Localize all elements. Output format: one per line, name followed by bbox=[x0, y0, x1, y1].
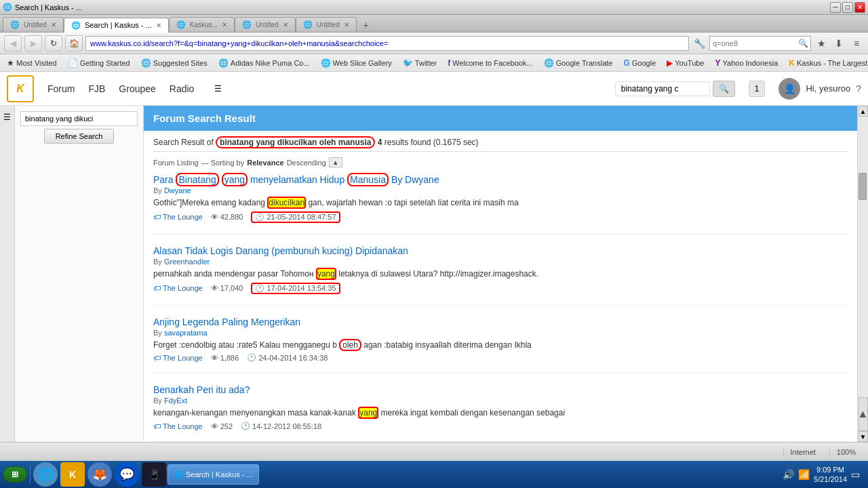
kaskus-menu-btn[interactable]: ☰ bbox=[214, 84, 222, 94]
result-tag-2[interactable]: 🏷 The Lounge bbox=[153, 284, 203, 292]
bookmark-yahoo[interactable]: Y Yahoo Indonesia bbox=[713, 57, 781, 69]
result-date-1: 🕐 21-05-2014 08:47:57 bbox=[251, 211, 340, 223]
sort-by: Relevance bbox=[247, 159, 283, 167]
taskbar: ⊞ 🌐 K 🦊 💬 📱 🌐 Search | Kaskus - ... 🔊 📶 … bbox=[0, 461, 868, 488]
bookmark-most-visited[interactable]: ★ Most Visited bbox=[4, 57, 60, 69]
tab-close-0[interactable]: ✕ bbox=[51, 21, 56, 28]
scroll-down-button[interactable]: ▼ bbox=[859, 431, 868, 442]
kaskus-nav-fjb[interactable]: FJB bbox=[88, 83, 105, 94]
bookmark-label: YouTube bbox=[675, 59, 704, 67]
bookmark-getting-started[interactable]: 📄 Getting Started bbox=[65, 57, 133, 69]
refresh-button[interactable]: ↻ bbox=[45, 35, 62, 52]
home-button[interactable]: 🏠 bbox=[65, 35, 83, 52]
search-icon[interactable]: 🔍 bbox=[796, 39, 810, 48]
network-icon[interactable]: 📶 bbox=[798, 469, 810, 480]
bookmark-youtube[interactable]: ▶ YouTube bbox=[664, 57, 707, 69]
left-panel: Refine Search bbox=[15, 106, 144, 442]
sort-arrow-button[interactable]: ▲ bbox=[329, 157, 342, 167]
tab-close-3[interactable]: ✕ bbox=[283, 21, 288, 28]
author-link-1[interactable]: Dwyane bbox=[164, 186, 191, 195]
left-search-input[interactable] bbox=[20, 111, 138, 126]
taskbar-sys-tray: 🔊 📶 9:09 PM 5/21/2014 ▭ bbox=[777, 465, 865, 485]
taskbar-firefox-icon[interactable]: 🦊 bbox=[87, 462, 112, 487]
summary-prefix: Search Result of bbox=[153, 138, 214, 147]
bookmark-facebook[interactable]: f Welcome to Facebook... bbox=[445, 57, 535, 69]
new-tab-button[interactable]: + bbox=[359, 18, 373, 32]
tab-label: Untitled bbox=[256, 21, 279, 28]
forward-button[interactable]: ▶ bbox=[24, 35, 42, 52]
taskbar-divider bbox=[30, 465, 31, 484]
taskbar-ie-icon[interactable]: 🌐 bbox=[33, 462, 58, 487]
tab-close-4[interactable]: ✕ bbox=[344, 21, 349, 28]
back-button[interactable]: ◀ bbox=[4, 35, 22, 52]
bookmark-twitter[interactable]: 🐦 Twitter bbox=[400, 57, 439, 69]
google-icon: G bbox=[623, 58, 629, 68]
result-tag-1[interactable]: 🏷 The Lounge bbox=[153, 213, 203, 221]
youtube-icon: ▶ bbox=[667, 58, 673, 68]
bookmark-translate[interactable]: 🌐 Google Translate bbox=[541, 57, 616, 69]
bookmark-webslice[interactable]: 🌐 Web Slice Gallery bbox=[318, 57, 395, 69]
status-zoom[interactable]: 100% bbox=[829, 448, 863, 456]
favorites-icon[interactable]: ★ bbox=[814, 36, 829, 51]
eye-icon: 👁 bbox=[211, 354, 218, 362]
bookmark-suggested[interactable]: 🌐 Suggested Sites bbox=[138, 57, 210, 69]
address-bar[interactable] bbox=[85, 36, 689, 51]
compatibility-icon[interactable]: 🔧 bbox=[692, 36, 707, 51]
kaskus-avatar[interactable]: 👤 bbox=[778, 78, 800, 100]
minimize-button[interactable]: ─ bbox=[830, 2, 841, 13]
tab-close-1[interactable]: ✕ bbox=[156, 22, 161, 29]
author-link-2[interactable]: Greenhandler bbox=[164, 258, 210, 266]
kaskus-notification[interactable]: 1 bbox=[749, 81, 766, 97]
kaskus-search-input[interactable] bbox=[615, 81, 710, 96]
search-input[interactable] bbox=[710, 39, 796, 47]
maximize-button[interactable]: □ bbox=[842, 2, 853, 13]
bookmark-kaskus[interactable]: K Kaskus - The Largest I... bbox=[786, 57, 868, 69]
left-search-panel: Refine Search bbox=[15, 106, 143, 152]
taskbar-kaskus-icon[interactable]: K bbox=[60, 462, 85, 487]
bookmark-adidas[interactable]: 🌐 Adidas Nike Puma Co... bbox=[216, 57, 313, 69]
kaskus-logo[interactable]: K bbox=[7, 75, 34, 102]
refine-search-button[interactable]: Refine Search bbox=[44, 129, 115, 144]
scroll-up-button[interactable]: ▲ bbox=[859, 106, 868, 117]
search-summary: Search Result of binatang yang dikucilka… bbox=[153, 138, 848, 152]
kaskus-search-button[interactable]: 🔍 bbox=[713, 81, 735, 97]
result-title-3[interactable]: Anjing Legenda Paling Mengerikan bbox=[153, 317, 848, 327]
result-author-4: By FdyExt bbox=[153, 396, 848, 405]
result-title-1[interactable]: Para Binatang yang menyelamatkan Hidup M… bbox=[153, 174, 848, 185]
tools-icon[interactable]: ≡ bbox=[849, 36, 864, 51]
content-area: Forum Search Result Search Result of bin… bbox=[144, 106, 857, 442]
tab-3[interactable]: 🌐 Untitled ✕ bbox=[235, 17, 296, 32]
kaskus-help-button[interactable]: ? bbox=[856, 83, 861, 94]
kaskus-nav-forum[interactable]: Forum bbox=[47, 83, 75, 94]
tab-0[interactable]: 🌐 Untitled ✕ bbox=[3, 17, 64, 32]
kaskus-nav-radio[interactable]: Radio bbox=[170, 83, 195, 94]
download-icon[interactable]: ⬇ bbox=[831, 36, 846, 51]
tab-close-2[interactable]: ✕ bbox=[222, 21, 227, 28]
tab-1[interactable]: 🌐 Search | Kaskus - ... ✕ bbox=[64, 18, 169, 33]
up-arrow-icon[interactable]: ▲ bbox=[858, 408, 868, 420]
address-input[interactable] bbox=[90, 39, 684, 47]
speaker-icon[interactable]: 🔊 bbox=[783, 469, 794, 480]
start-button[interactable]: ⊞ bbox=[3, 466, 27, 483]
result-tag-3[interactable]: 🏷 The Lounge bbox=[153, 354, 203, 362]
scroll-thumb[interactable] bbox=[859, 173, 867, 200]
system-clock[interactable]: 9:09 PM 5/21/2014 bbox=[814, 465, 847, 485]
show-desktop-icon[interactable]: ▭ bbox=[851, 469, 860, 480]
author-link-3[interactable]: savapratama bbox=[164, 329, 208, 337]
bookmark-google[interactable]: G Google bbox=[620, 57, 658, 69]
right-scrollbar[interactable]: ▲ ▲ ▼ bbox=[857, 106, 868, 442]
taskbar-active-item[interactable]: 🌐 Search | Kaskus - ... bbox=[167, 464, 259, 485]
author-link-4[interactable]: FdyExt bbox=[164, 396, 187, 405]
result-tag-4[interactable]: 🏷 The Lounge bbox=[153, 422, 203, 430]
kaskus-nav-groupee[interactable]: Groupee bbox=[119, 83, 155, 94]
result-item-1: Para Binatang yang menyelamatkan Hidup M… bbox=[153, 174, 848, 235]
close-button[interactable]: ✕ bbox=[854, 2, 865, 13]
sidebar-toggle[interactable]: ☰ bbox=[0, 106, 15, 442]
tab-4[interactable]: 🌐 Untitled ✕ bbox=[296, 17, 357, 32]
taskbar-app-icon[interactable]: 📱 bbox=[142, 462, 166, 487]
result-title-4[interactable]: Benarkah Peri itu ada? bbox=[153, 384, 848, 395]
taskbar-skype-icon[interactable]: 💬 bbox=[115, 462, 139, 487]
search-bar[interactable]: 🔍 bbox=[709, 36, 811, 51]
result-title-2[interactable]: Alasan Tidak Logis Danang (pembunuh kuci… bbox=[153, 245, 848, 256]
tab-2[interactable]: 🌐 Kaskus... ✕ bbox=[169, 17, 235, 32]
